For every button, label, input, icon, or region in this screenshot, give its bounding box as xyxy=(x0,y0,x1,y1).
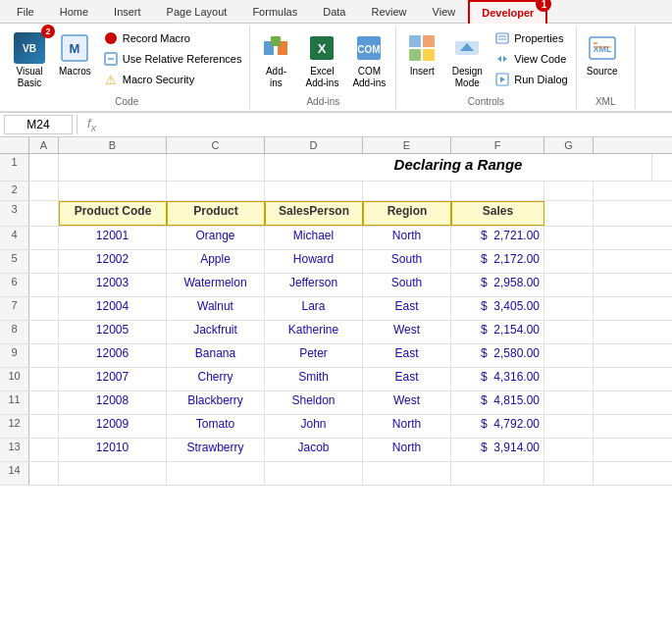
cell-a5[interactable] xyxy=(29,250,59,273)
macros-button[interactable]: M Macros xyxy=(53,28,97,81)
cell-g9[interactable] xyxy=(544,344,594,367)
tab-page-layout[interactable]: Page Layout xyxy=(154,0,240,23)
cell-e14[interactable] xyxy=(363,462,451,485)
cell-g4[interactable] xyxy=(544,227,594,249)
cell-e8[interactable]: West xyxy=(363,321,451,343)
cell-e3[interactable]: Region xyxy=(363,201,451,226)
cell-g2[interactable] xyxy=(544,182,594,200)
cell-d14[interactable] xyxy=(265,462,363,485)
com-addins-button[interactable]: COM COMAdd-ins xyxy=(346,28,391,93)
cell-e12[interactable]: North xyxy=(363,415,451,438)
cell-f9[interactable]: $ 2,580.00 xyxy=(451,344,544,367)
cell-a3[interactable] xyxy=(29,201,59,226)
cell-e13[interactable]: North xyxy=(363,439,451,461)
cell-c1[interactable] xyxy=(167,154,265,181)
name-box[interactable] xyxy=(4,115,73,134)
cell-f12[interactable]: $ 4,792.00 xyxy=(451,415,544,438)
source-button[interactable]: XML Source xyxy=(581,28,624,81)
cell-a13[interactable] xyxy=(29,439,59,461)
cell-c13[interactable]: Strawberry xyxy=(167,439,265,461)
cell-f11[interactable]: $ 4,815.00 xyxy=(451,391,544,414)
col-header-d[interactable]: D xyxy=(265,137,363,153)
cell-g12[interactable] xyxy=(544,415,594,438)
cell-b12[interactable]: 12009 xyxy=(59,415,167,438)
cell-f14[interactable] xyxy=(451,462,544,485)
cell-c14[interactable] xyxy=(167,462,265,485)
cell-b4[interactable]: 12001 xyxy=(59,227,167,249)
cell-d9[interactable]: Peter xyxy=(265,344,363,367)
cell-c10[interactable]: Cherry xyxy=(167,368,265,391)
cell-c11[interactable]: Blackberry xyxy=(167,391,265,414)
excel-addins-button[interactable]: X ExcelAdd-ins xyxy=(299,28,344,93)
addins-button[interactable]: Add-ins xyxy=(254,28,297,93)
cell-e5[interactable]: South xyxy=(363,250,451,273)
cell-a7[interactable] xyxy=(29,297,59,320)
cell-b11[interactable]: 12008 xyxy=(59,391,167,414)
cell-a9[interactable] xyxy=(29,344,59,367)
cell-d2[interactable] xyxy=(265,182,363,200)
properties-button[interactable]: Properties xyxy=(491,28,571,48)
cell-f4[interactable]: $ 2,721.00 xyxy=(451,227,544,249)
cell-e7[interactable]: East xyxy=(363,297,451,320)
cell-d8[interactable]: Katherine xyxy=(265,321,363,343)
col-header-b[interactable]: B xyxy=(59,137,167,153)
col-header-f[interactable]: F xyxy=(451,137,544,153)
cell-c4[interactable]: Orange xyxy=(167,227,265,249)
cell-d5[interactable]: Howard xyxy=(265,250,363,273)
tab-file[interactable]: File xyxy=(4,0,47,23)
cell-a12[interactable] xyxy=(29,415,59,438)
cell-c6[interactable]: Watermelon xyxy=(167,274,265,296)
cell-c7[interactable]: Walnut xyxy=(167,297,265,320)
tab-insert[interactable]: Insert xyxy=(101,0,154,23)
cell-a4[interactable] xyxy=(29,227,59,249)
tab-formulas[interactable]: Formulas xyxy=(239,0,310,23)
cell-c5[interactable]: Apple xyxy=(167,250,265,273)
cell-e11[interactable]: West xyxy=(363,391,451,414)
cell-b10[interactable]: 12007 xyxy=(59,368,167,391)
tab-developer[interactable]: Developer 1 xyxy=(468,0,547,24)
cell-a10[interactable] xyxy=(29,368,59,391)
cell-b14[interactable] xyxy=(59,462,167,485)
run-dialog-button[interactable]: Run Dialog xyxy=(491,70,571,89)
cell-d4[interactable]: Michael xyxy=(265,227,363,249)
formula-input[interactable] xyxy=(106,118,668,131)
cell-g7[interactable] xyxy=(544,297,594,320)
cell-c8[interactable]: Jackfruit xyxy=(167,321,265,343)
cell-g6[interactable] xyxy=(544,274,594,296)
macro-security-button[interactable]: ⚠ Macro Security xyxy=(99,70,246,89)
cell-f13[interactable]: $ 3,914.00 xyxy=(451,439,544,461)
cell-g8[interactable] xyxy=(544,321,594,343)
cell-f8[interactable]: $ 2,154.00 xyxy=(451,321,544,343)
cell-c9[interactable]: Banana xyxy=(167,344,265,367)
tab-data[interactable]: Data xyxy=(310,0,358,23)
cell-f10[interactable]: $ 4,316.00 xyxy=(451,368,544,391)
cell-d13[interactable]: Jacob xyxy=(265,439,363,461)
design-mode-button[interactable]: DesignMode xyxy=(445,28,489,93)
cell-g11[interactable] xyxy=(544,391,594,414)
relative-refs-button[interactable]: Use Relative References xyxy=(99,49,246,69)
cell-e6[interactable]: South xyxy=(363,274,451,296)
cell-d12[interactable]: John xyxy=(265,415,363,438)
cell-f6[interactable]: $ 2,958.00 xyxy=(451,274,544,296)
cell-a8[interactable] xyxy=(29,321,59,343)
cell-e10[interactable]: East xyxy=(363,368,451,391)
cell-e4[interactable]: North xyxy=(363,227,451,249)
cell-b7[interactable]: 12004 xyxy=(59,297,167,320)
cell-d3[interactable]: SalesPerson xyxy=(265,201,363,226)
cell-a14[interactable] xyxy=(29,462,59,485)
cell-c12[interactable]: Tomato xyxy=(167,415,265,438)
cell-g5[interactable] xyxy=(544,250,594,273)
cell-f3[interactable]: Sales xyxy=(451,201,544,226)
cell-g10[interactable] xyxy=(544,368,594,391)
cell-a2[interactable] xyxy=(29,182,59,200)
cell-b5[interactable]: 12002 xyxy=(59,250,167,273)
cell-f5[interactable]: $ 2,172.00 xyxy=(451,250,544,273)
cell-f2[interactable] xyxy=(451,182,544,200)
col-header-a[interactable]: A xyxy=(29,137,59,153)
cell-d7[interactable]: Lara xyxy=(265,297,363,320)
cell-d11[interactable]: Sheldon xyxy=(265,391,363,414)
cell-e2[interactable] xyxy=(363,182,451,200)
cell-b8[interactable]: 12005 xyxy=(59,321,167,343)
cell-g3[interactable] xyxy=(544,201,594,226)
cell-d1[interactable]: Declaring a Range xyxy=(265,154,652,181)
